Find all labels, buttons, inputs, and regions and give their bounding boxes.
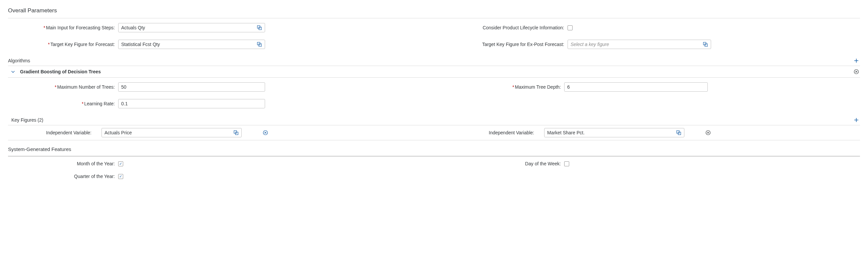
key-figures-heading: Key Figures (2) (8, 117, 43, 123)
add-key-figure-button[interactable] (852, 116, 860, 124)
algorithm-row: Gradient Boosting of Decision Trees (8, 66, 860, 78)
month-of-year-field: Month of the Year: (8, 161, 424, 166)
algorithm-name: Gradient Boosting of Decision Trees (20, 69, 101, 74)
independent-variable-2-input[interactable] (544, 128, 684, 137)
expost-kf-label: Target Key Figure for Ex-Post Forecast: (444, 42, 567, 47)
month-of-year-label: Month of the Year: (8, 161, 118, 166)
independent-variable-label: Independent Variable: (8, 130, 95, 135)
lifecycle-checkbox[interactable] (567, 25, 572, 30)
day-of-week-field: Day of the Week: (444, 161, 860, 166)
lifecycle-label: Consider Product Lifecycle Information: (444, 25, 567, 30)
target-kf-value[interactable] (118, 40, 265, 49)
add-algorithm-button[interactable] (852, 57, 860, 64)
value-help-icon[interactable] (256, 24, 263, 31)
value-help-icon[interactable] (232, 129, 240, 136)
max-trees-field: *Maximum Number of Trees: (8, 82, 424, 92)
value-help-icon[interactable] (702, 41, 709, 48)
learning-rate-input[interactable] (118, 99, 265, 108)
independent-variable-cell-1: Independent Variable: (8, 128, 424, 137)
algorithms-heading: Algorithms (8, 58, 30, 63)
independent-variable-cell-2: Independent Variable: (444, 128, 860, 137)
max-trees-label: *Maximum Number of Trees: (8, 84, 118, 90)
max-depth-label: *Maximum Tree Depth: (444, 84, 564, 90)
value-help-icon[interactable] (256, 41, 263, 48)
learning-rate-label: *Learning Rate: (8, 101, 118, 106)
quarter-of-year-field: Quarter of the Year: (8, 174, 424, 179)
day-of-week-label: Day of the Week: (444, 161, 564, 166)
quarter-of-year-label: Quarter of the Year: (8, 174, 118, 179)
main-input-value[interactable] (118, 23, 265, 32)
remove-key-figure-2-button[interactable] (705, 129, 712, 136)
remove-key-figure-1-button[interactable] (262, 129, 269, 136)
quarter-of-year-checkbox[interactable] (118, 174, 123, 179)
learning-rate-field: *Learning Rate: (8, 99, 424, 108)
key-figures-row: Independent Variable: Independent Variab… (8, 125, 860, 140)
divider (8, 18, 860, 19)
max-depth-field: *Maximum Tree Depth: (444, 82, 860, 92)
max-depth-input[interactable] (564, 82, 708, 92)
lifecycle-field: Consider Product Lifecycle Information: (444, 23, 860, 32)
month-of-year-checkbox[interactable] (118, 161, 123, 166)
divider (8, 156, 860, 156)
remove-algorithm-button[interactable] (852, 68, 860, 75)
expost-kf-value[interactable] (567, 40, 711, 49)
independent-variable-label: Independent Variable: (444, 130, 537, 135)
chevron-down-icon[interactable] (9, 68, 17, 75)
algorithms-header: Algorithms (8, 55, 860, 66)
day-of-week-checkbox[interactable] (564, 161, 569, 166)
overall-parameters-heading: Overall Parameters (8, 7, 860, 14)
independent-variable-1-input[interactable] (101, 128, 242, 137)
max-trees-input[interactable] (118, 82, 265, 92)
sys-features-heading: System-Generated Features (8, 146, 860, 152)
main-input-field: *Main Input for Forecasting Steps: (8, 23, 424, 32)
key-figures-header: Key Figures (2) (8, 114, 860, 125)
main-input-label: *Main Input for Forecasting Steps: (8, 25, 118, 30)
target-kf-label: *Target Key Figure for Forecast: (8, 42, 118, 47)
target-kf-field: *Target Key Figure for Forecast: (8, 40, 424, 49)
expost-kf-field: Target Key Figure for Ex-Post Forecast: (444, 40, 860, 49)
value-help-icon[interactable] (675, 129, 682, 136)
